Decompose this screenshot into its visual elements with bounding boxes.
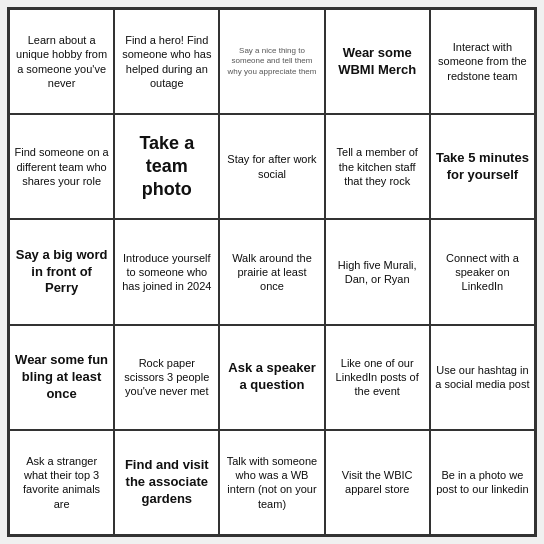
cell-text-21: Find and visit the associate gardens [119, 435, 214, 530]
cell-text-9: Take 5 minutes for yourself [435, 119, 530, 214]
bingo-cell-9[interactable]: Take 5 minutes for yourself [430, 114, 535, 219]
bingo-cell-19[interactable]: Use our hashtag in a social media post [430, 325, 535, 430]
cell-text-7: Stay for after work social [224, 119, 319, 214]
cell-text-3: Wear some WBMI Merch [330, 14, 425, 109]
cell-text-24: Be in a photo we post to our linkedin [435, 435, 530, 530]
cell-text-17: Ask a speaker a question [224, 330, 319, 425]
cell-text-16: Rock paper scissors 3 people you've neve… [119, 330, 214, 425]
cell-text-0: Learn about a unique hobby from a someon… [14, 14, 109, 109]
bingo-cell-15[interactable]: Wear some fun bling at least once [9, 325, 114, 430]
bingo-cell-11[interactable]: Introduce yourself to someone who has jo… [114, 219, 219, 324]
bingo-cell-0[interactable]: Learn about a unique hobby from a someon… [9, 9, 114, 114]
bingo-cell-23[interactable]: Visit the WBIC apparel store [325, 430, 430, 535]
bingo-cell-17[interactable]: Ask a speaker a question [219, 325, 324, 430]
cell-text-6: Take a team photo [119, 119, 214, 214]
cell-text-15: Wear some fun bling at least once [14, 330, 109, 425]
cell-text-18: Like one of our LinkedIn posts of the ev… [330, 330, 425, 425]
cell-text-1: Find a hero! Find someone who has helped… [119, 14, 214, 109]
cell-text-12: Walk around the prairie at least once [224, 224, 319, 319]
bingo-card: Learn about a unique hobby from a someon… [7, 7, 537, 537]
bingo-cell-13[interactable]: High five Murali, Dan, or Ryan [325, 219, 430, 324]
bingo-cell-7[interactable]: Stay for after work social [219, 114, 324, 219]
bingo-cell-2[interactable]: Say a nice thing to someone and tell the… [219, 9, 324, 114]
bingo-cell-3[interactable]: Wear some WBMI Merch [325, 9, 430, 114]
bingo-cell-16[interactable]: Rock paper scissors 3 people you've neve… [114, 325, 219, 430]
bingo-cell-8[interactable]: Tell a member of the kitchen staff that … [325, 114, 430, 219]
bingo-cell-5[interactable]: Find someone on a different team who sha… [9, 114, 114, 219]
cell-text-14: Connect with a speaker on LinkedIn [435, 224, 530, 319]
bingo-cell-10[interactable]: Say a big word in front of Perry [9, 219, 114, 324]
cell-text-2: Say a nice thing to someone and tell the… [224, 14, 319, 109]
cell-text-22: Talk with someone who was a WB intern (n… [224, 435, 319, 530]
bingo-cell-22[interactable]: Talk with someone who was a WB intern (n… [219, 430, 324, 535]
cell-text-8: Tell a member of the kitchen staff that … [330, 119, 425, 214]
bingo-cell-12[interactable]: Walk around the prairie at least once [219, 219, 324, 324]
bingo-cell-14[interactable]: Connect with a speaker on LinkedIn [430, 219, 535, 324]
bingo-cell-6[interactable]: Take a team photo [114, 114, 219, 219]
bingo-cell-18[interactable]: Like one of our LinkedIn posts of the ev… [325, 325, 430, 430]
cell-text-4: Interact with someone from the redstone … [435, 14, 530, 109]
bingo-cell-24[interactable]: Be in a photo we post to our linkedin [430, 430, 535, 535]
bingo-cell-1[interactable]: Find a hero! Find someone who has helped… [114, 9, 219, 114]
cell-text-11: Introduce yourself to someone who has jo… [119, 224, 214, 319]
cell-text-19: Use our hashtag in a social media post [435, 330, 530, 425]
bingo-cell-21[interactable]: Find and visit the associate gardens [114, 430, 219, 535]
cell-text-10: Say a big word in front of Perry [14, 224, 109, 319]
cell-text-5: Find someone on a different team who sha… [14, 119, 109, 214]
bingo-cell-4[interactable]: Interact with someone from the redstone … [430, 9, 535, 114]
bingo-cell-20[interactable]: Ask a stranger what their top 3 favorite… [9, 430, 114, 535]
cell-text-13: High five Murali, Dan, or Ryan [330, 224, 425, 319]
cell-text-20: Ask a stranger what their top 3 favorite… [14, 435, 109, 530]
cell-text-23: Visit the WBIC apparel store [330, 435, 425, 530]
